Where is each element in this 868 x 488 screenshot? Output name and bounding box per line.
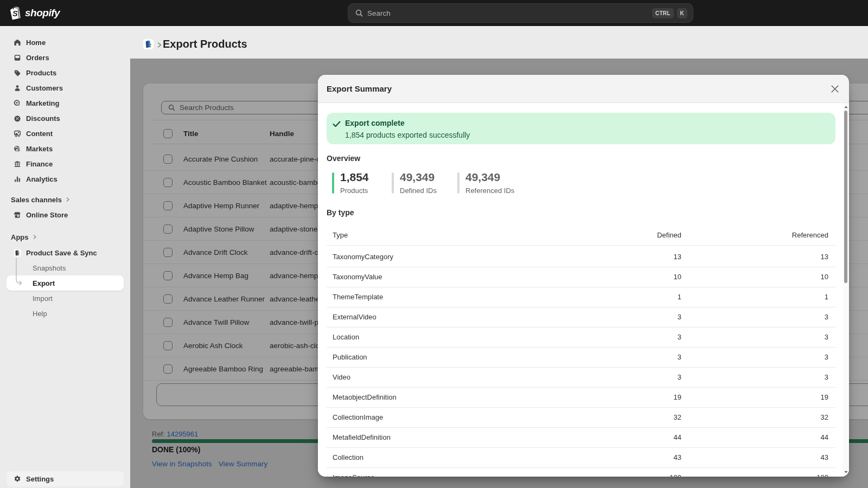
apps-header[interactable]: Apps <box>11 229 37 245</box>
shopify-admin: S shopify Search CTRL K Home Orders <box>0 0 868 488</box>
sidebar-item-analytics[interactable]: Analytics <box>7 171 124 187</box>
discounts-icon <box>14 114 21 122</box>
type-name: Collection <box>333 453 363 461</box>
defined-count: 1 <box>678 293 681 301</box>
sidebar-item-markets[interactable]: $ Markets <box>7 141 124 156</box>
page-title: Export Products <box>163 38 247 50</box>
markets-icon: $ <box>14 145 21 152</box>
by-type-row: ThemeTemplate11 <box>318 287 849 307</box>
by-type-row: TaxonomyValue1010 <box>318 267 849 287</box>
sidebar-item-snapshots[interactable]: Snapshots <box>7 260 124 275</box>
modal-header: Export Summary <box>318 75 849 103</box>
sidebar-item-label: Online Store <box>26 211 68 219</box>
column-header-defined: Defined <box>657 231 681 239</box>
sidebar-item-label: Import <box>33 294 53 303</box>
by-type-row: Location33 <box>318 327 849 347</box>
sidebar-item-customers[interactable]: Customers <box>7 80 124 95</box>
by-type-row: ImageSource100100 <box>318 467 849 477</box>
defined-count: 3 <box>678 353 681 361</box>
column-header-type: Type <box>333 231 348 239</box>
stat-label: Products <box>340 187 368 195</box>
type-name: Publication <box>333 353 367 361</box>
sidebar-item-app-product-save-sync[interactable]: Product Save & Sync <box>7 245 124 260</box>
sidebar-item-label: Customers <box>26 84 63 92</box>
sales-channels-header[interactable]: Sales channels <box>11 192 71 207</box>
stat-label: Defined IDs <box>400 187 437 195</box>
kbd-k: K <box>677 8 687 18</box>
shopify-bag-icon: S <box>9 5 22 21</box>
orders-icon <box>14 54 21 61</box>
customers-icon <box>14 84 21 92</box>
check-icon <box>332 119 341 129</box>
modal-scrollbar[interactable] <box>843 103 849 477</box>
sidebar-item-label: Marketing <box>26 99 59 107</box>
sidebar-item-home[interactable]: Home <box>7 35 124 50</box>
stat-value: 49,349 <box>400 171 435 184</box>
shopify-logo[interactable]: S shopify <box>9 5 60 21</box>
type-name: ExternalVideo <box>333 313 376 321</box>
success-banner: Export complete 1,854 products exported … <box>327 113 835 144</box>
sidebar-item-label: Orders <box>26 54 49 62</box>
breadcrumb-chevron-icon <box>156 41 163 50</box>
sidebar-item-finance[interactable]: Finance <box>7 156 124 171</box>
sidebar-item-import[interactable]: Import <box>7 291 124 306</box>
by-type-table-header: Type Defined Referenced <box>318 227 849 242</box>
by-type-row: ExternalVideo33 <box>318 307 849 327</box>
sidebar-item-online-store[interactable]: Online Store <box>7 207 124 222</box>
chevron-right-icon <box>32 234 37 240</box>
global-search-placeholder: Search <box>367 9 649 17</box>
app-name-label: Product Save & Sync <box>26 249 97 257</box>
type-name: TaxonomyValue <box>333 273 382 281</box>
defined-count: 43 <box>674 453 681 461</box>
sidebar-item-help[interactable]: Help <box>7 306 124 321</box>
by-type-row: Collection4343 <box>318 447 849 467</box>
referenced-count: 3 <box>825 313 828 321</box>
breadcrumb-app-icon[interactable] <box>143 39 154 49</box>
chevron-right-icon <box>65 197 71 202</box>
by-type-row: Publication33 <box>318 347 849 367</box>
sidebar-item-label: Snapshots <box>33 264 66 272</box>
products-icon <box>14 69 21 76</box>
type-name: TaxonomyCategory <box>333 253 393 261</box>
svg-text:S: S <box>12 9 18 18</box>
sidebar-item-marketing[interactable]: Marketing <box>7 95 124 111</box>
by-type-row: Video33 <box>318 367 849 387</box>
shopify-wordmark: shopify <box>25 7 60 19</box>
referenced-count: 3 <box>825 373 828 381</box>
section-label: Apps <box>11 233 29 241</box>
sidebar-item-export[interactable]: Export <box>7 275 124 291</box>
section-label: Sales channels <box>11 196 62 204</box>
sidebar-item-label: Finance <box>26 160 53 168</box>
sidebar-item-settings[interactable]: Settings <box>7 471 124 486</box>
sidebar-item-label: Analytics <box>26 175 58 183</box>
stat-accent-bar <box>457 172 459 194</box>
stat-value: 1,854 <box>340 171 369 184</box>
sidebar-item-label: Settings <box>26 475 54 483</box>
sidebar-item-content[interactable]: Content <box>7 126 124 141</box>
top-bar: S shopify Search CTRL K <box>0 0 868 26</box>
nav-tree-connector <box>0 254 22 286</box>
defined-count: 44 <box>674 433 681 441</box>
banner-title: Export complete <box>345 119 405 127</box>
kbd-ctrl: CTRL <box>652 8 673 18</box>
referenced-count: 19 <box>821 393 828 401</box>
search-icon <box>355 9 363 17</box>
online-store-icon <box>14 211 21 219</box>
sidebar-item-discounts[interactable]: Discounts <box>7 111 124 126</box>
sidebar-item-orders[interactable]: Orders <box>7 50 124 65</box>
divider <box>327 245 835 246</box>
by-type-row: CollectionImage3232 <box>318 407 849 427</box>
sidebar-item-label: Markets <box>26 145 53 153</box>
stat-accent-bar <box>392 172 394 194</box>
by-type-row: MetaobjectDefinition1919 <box>318 387 849 407</box>
close-icon[interactable] <box>829 84 840 94</box>
settings-gear-icon <box>14 475 21 483</box>
global-search-input[interactable]: Search CTRL K <box>348 3 693 23</box>
scrollbar-thumb[interactable] <box>844 111 847 283</box>
breadcrumb-bar: Export Products <box>130 26 868 59</box>
analytics-icon <box>14 175 21 183</box>
type-name: Location <box>333 333 359 341</box>
type-name: Video <box>333 373 350 381</box>
sidebar-item-label: Help <box>33 310 47 318</box>
sidebar-item-products[interactable]: Products <box>7 65 124 80</box>
